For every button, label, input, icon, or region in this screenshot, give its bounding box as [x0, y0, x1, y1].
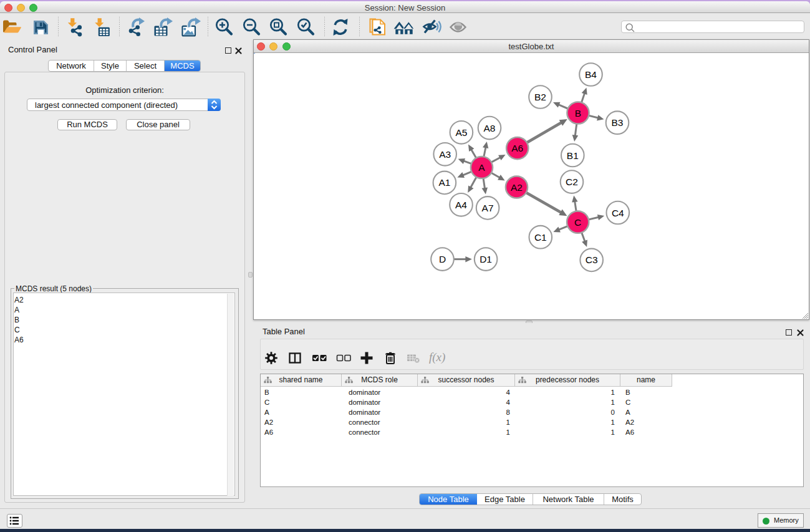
svg-text:A1: A1: [438, 177, 450, 188]
svg-text:A3: A3: [439, 149, 451, 160]
svg-text:A4: A4: [455, 200, 467, 210]
svg-text:C2: C2: [566, 177, 578, 187]
svg-text:A6: A6: [511, 143, 523, 153]
svg-text:B: B: [575, 108, 581, 118]
svg-text:C4: C4: [612, 208, 624, 218]
svg-text:A7: A7: [482, 203, 494, 213]
svg-text:A: A: [478, 162, 485, 173]
svg-text:C1: C1: [534, 232, 547, 243]
svg-text:A8: A8: [484, 123, 496, 133]
svg-text:C3: C3: [586, 254, 598, 265]
svg-text:D1: D1: [480, 254, 492, 264]
svg-text:A2: A2: [511, 182, 523, 193]
svg-text:B4: B4: [585, 69, 597, 80]
svg-text:D: D: [439, 254, 446, 264]
svg-text:C: C: [574, 217, 581, 228]
svg-text:B3: B3: [612, 117, 624, 128]
svg-text:B2: B2: [534, 92, 546, 102]
svg-text:A5: A5: [455, 127, 467, 138]
svg-text:B1: B1: [567, 150, 579, 161]
